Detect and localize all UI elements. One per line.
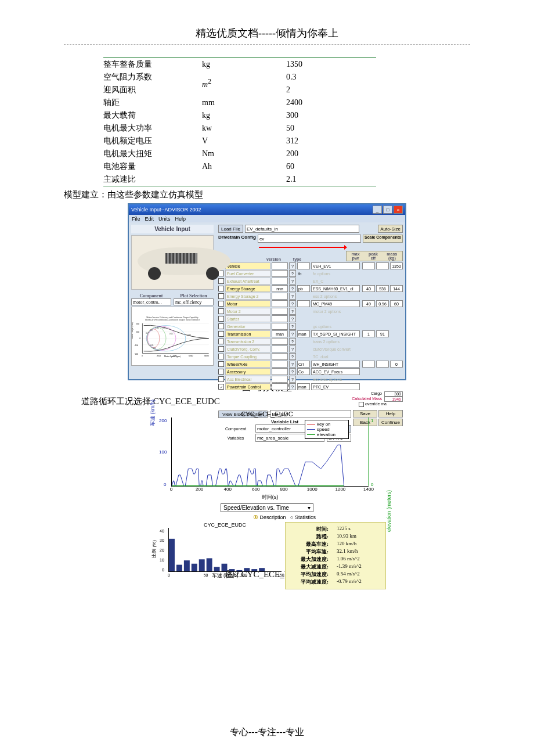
component-type[interactable]	[297, 315, 310, 322]
dt-config-select[interactable]: ev	[258, 235, 361, 243]
minimize-icon[interactable]: _	[373, 206, 382, 214]
load-file-button[interactable]: Load File	[218, 225, 243, 233]
component-version[interactable]	[272, 315, 288, 322]
component-version[interactable]	[272, 270, 288, 277]
component-type[interactable]: Co	[297, 368, 310, 375]
titlebar[interactable]: Vehicle Input--ADVISOR 2002 _ □ ×	[129, 204, 405, 215]
component-checkbox[interactable]	[218, 376, 224, 382]
component-select[interactable]: fc options	[311, 270, 360, 277]
help-icon[interactable]: ?	[289, 345, 296, 352]
vehicle-schematic[interactable]	[131, 235, 214, 290]
component-version[interactable]	[272, 338, 288, 345]
maximize-icon[interactable]: □	[383, 206, 392, 214]
help-icon[interactable]: ?	[289, 353, 296, 360]
component-select[interactable]: motor 2 options	[311, 308, 360, 315]
help-icon[interactable]: ?	[289, 300, 296, 307]
component-checkbox[interactable]	[218, 278, 224, 284]
component-version[interactable]	[272, 293, 288, 300]
menu-edit[interactable]: Edit	[145, 216, 154, 222]
menu-units[interactable]: Units	[158, 216, 171, 222]
component-type[interactable]: Crr	[297, 361, 310, 368]
component-type[interactable]: fc	[297, 270, 310, 277]
menu-help[interactable]: Help	[175, 216, 186, 222]
component-type[interactable]	[297, 338, 310, 345]
help-icon[interactable]: ?	[289, 361, 296, 368]
help-icon[interactable]: ?	[289, 278, 296, 285]
component-type[interactable]	[297, 262, 310, 269]
component-type[interactable]	[297, 300, 310, 307]
component-select[interactable]: trans 2 options	[311, 338, 360, 345]
component-checkbox[interactable]	[218, 346, 224, 352]
help-icon[interactable]: ?	[289, 383, 296, 390]
help-icon[interactable]: ?	[289, 285, 296, 292]
component-type[interactable]	[297, 308, 310, 315]
help-icon[interactable]: ?	[289, 376, 296, 383]
component-select[interactable]	[311, 315, 360, 322]
help-icon[interactable]: ?	[289, 323, 296, 330]
help-icon[interactable]: ?	[289, 270, 296, 277]
component-select[interactable]: MC_PM49	[311, 300, 360, 307]
component-checkbox[interactable]	[218, 369, 224, 375]
help-icon[interactable]: ?	[289, 368, 296, 375]
component-type[interactable]: pb	[297, 285, 310, 292]
component-select[interactable]: motor_contro...	[131, 298, 171, 305]
component-select[interactable]: acc elec options	[311, 376, 360, 383]
component-checkbox[interactable]	[218, 323, 224, 329]
component-select[interactable]: EX_C	[311, 278, 360, 285]
menu-file[interactable]: File	[132, 216, 140, 222]
help-icon[interactable]: ?	[289, 262, 296, 269]
component-type[interactable]: man	[297, 330, 310, 337]
component-version[interactable]	[272, 353, 288, 360]
plot-radio[interactable]: ⦿ Description ○ Statistics	[183, 514, 386, 520]
component-version[interactable]	[272, 278, 288, 285]
autosize-button[interactable]: Auto-Size	[378, 225, 403, 233]
component-checkbox[interactable]	[218, 301, 224, 307]
component-version[interactable]	[272, 300, 288, 307]
component-checkbox[interactable]	[218, 339, 224, 344]
plot-selection-select[interactable]: mc_efficiency	[174, 298, 214, 305]
component-version[interactable]	[272, 323, 288, 330]
override-mass-checkbox[interactable]	[359, 402, 364, 407]
component-select[interactable]: gc options	[311, 323, 360, 330]
component-checkbox[interactable]	[218, 354, 224, 359]
help-icon[interactable]: ?	[289, 293, 296, 300]
component-checkbox[interactable]	[218, 271, 224, 276]
help-icon[interactable]: ?	[289, 315, 296, 322]
component-select[interactable]: VEH_EV1	[311, 262, 360, 269]
component-select[interactable]: ESS_NiMH60_EV1_dl	[311, 285, 360, 292]
component-version[interactable]	[272, 368, 288, 375]
help-icon[interactable]: ?	[289, 338, 296, 345]
component-checkbox[interactable]	[218, 361, 224, 367]
component-version[interactable]	[272, 262, 288, 269]
load-file-select[interactable]: EV_defaults_in	[245, 225, 359, 233]
component-version[interactable]	[272, 345, 288, 352]
component-version[interactable]: man	[272, 330, 288, 337]
component-type[interactable]	[297, 353, 310, 360]
component-checkbox[interactable]	[218, 293, 224, 299]
close-icon[interactable]: ×	[394, 206, 403, 214]
component-type[interactable]	[297, 345, 310, 352]
component-version[interactable]: nnn	[272, 285, 288, 292]
component-select[interactable]: ACC_EV_Focus	[311, 368, 360, 375]
component-version[interactable]	[272, 308, 288, 315]
cargo-value[interactable]: 300	[384, 391, 403, 397]
component-checkbox[interactable]	[218, 308, 224, 314]
component-select[interactable]: TC_dual	[311, 353, 360, 360]
component-version[interactable]	[272, 361, 288, 368]
component-select[interactable]: TX_5SPD_SI_INSIGHT	[311, 330, 360, 337]
component-select[interactable]: PTC_EV	[311, 383, 360, 390]
component-checkbox[interactable]	[218, 316, 224, 322]
component-checkbox[interactable]	[218, 286, 224, 291]
component-checkbox[interactable]	[218, 331, 224, 337]
plot-mode-select[interactable]: Speed/Elevation vs. Time	[221, 503, 313, 512]
component-type[interactable]	[297, 278, 310, 285]
component-type[interactable]	[297, 293, 310, 300]
component-checkbox[interactable]: ✓	[218, 384, 224, 390]
component-version[interactable]	[272, 383, 288, 390]
menubar[interactable]: File Edit Units Help	[129, 215, 405, 222]
component-type[interactable]	[297, 323, 310, 330]
component-type[interactable]: man	[297, 383, 310, 390]
component-select[interactable]: clutch/torque convert	[311, 345, 360, 352]
help-icon[interactable]: ?	[289, 308, 296, 315]
component-type[interactable]	[297, 376, 310, 383]
